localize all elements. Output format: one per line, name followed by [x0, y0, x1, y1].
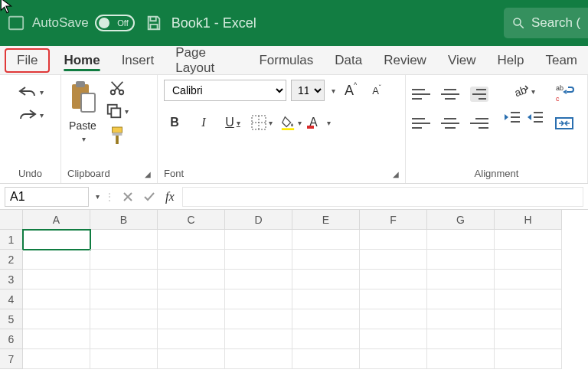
cell-A3[interactable] — [23, 270, 90, 290]
column-header-B[interactable]: B — [90, 210, 158, 230]
fx-label[interactable]: fx — [165, 190, 175, 204]
cell-G1[interactable] — [427, 230, 495, 250]
dialog-launcher-icon[interactable]: ◢ — [393, 170, 399, 178]
tab-team[interactable]: Team — [534, 48, 588, 73]
cell-H3[interactable] — [495, 270, 562, 290]
font-color-button[interactable]: A▾ — [309, 112, 331, 133]
cell-C4[interactable] — [158, 290, 225, 309]
column-header-D[interactable]: D — [225, 210, 292, 230]
select-all-corner[interactable] — [0, 210, 23, 230]
column-header-C[interactable]: C — [158, 210, 225, 230]
tab-review[interactable]: Review — [373, 48, 437, 73]
row-header-2[interactable]: 2 — [0, 250, 23, 270]
cell-D2[interactable] — [225, 250, 292, 270]
cell-H2[interactable] — [495, 250, 562, 270]
cell-H6[interactable] — [495, 329, 562, 349]
align-top-center-button[interactable] — [441, 89, 459, 100]
cell-A4[interactable] — [23, 290, 90, 309]
align-left-button[interactable] — [412, 118, 430, 129]
name-box[interactable] — [5, 187, 89, 207]
cell-E5[interactable] — [292, 309, 360, 329]
row-header-4[interactable]: 4 — [0, 290, 23, 309]
name-box-dropdown-icon[interactable]: ▾ — [96, 192, 100, 201]
autosave-control[interactable]: AutoSave Off — [32, 15, 135, 31]
cell-C7[interactable] — [158, 349, 225, 369]
wrap-text-button[interactable]: abc — [554, 83, 574, 103]
column-header-E[interactable]: E — [292, 210, 360, 230]
align-top-right-button[interactable] — [470, 87, 488, 102]
formula-input[interactable] — [182, 187, 583, 207]
dialog-launcher-icon[interactable]: ◢ — [145, 170, 151, 178]
cell-B2[interactable] — [90, 250, 158, 270]
cell-E7[interactable] — [292, 349, 360, 369]
cancel-formula-button[interactable] — [119, 188, 136, 205]
tab-formulas[interactable]: Formulas — [248, 48, 324, 73]
redo-button[interactable]: ▾ — [18, 107, 44, 123]
decrease-font-size-button[interactable]: Aˇ — [366, 80, 387, 101]
cell-D5[interactable] — [225, 309, 292, 329]
cell-C2[interactable] — [158, 250, 225, 270]
underline-button[interactable]: U▾ — [222, 112, 243, 133]
format-painter-button[interactable] — [109, 126, 126, 146]
cell-C6[interactable] — [158, 329, 225, 349]
tab-help[interactable]: Help — [486, 48, 534, 73]
increase-indent-button[interactable] — [527, 110, 544, 124]
cell-G2[interactable] — [427, 250, 495, 270]
copy-button[interactable]: ▾ — [106, 103, 129, 119]
cell-B4[interactable] — [90, 290, 158, 309]
row-header-1[interactable]: 1 — [0, 230, 23, 250]
tab-view[interactable]: View — [437, 48, 487, 73]
save-icon[interactable] — [145, 15, 162, 31]
cut-button[interactable] — [109, 80, 126, 96]
enter-formula-button[interactable] — [141, 188, 158, 205]
row-header-6[interactable]: 6 — [0, 329, 23, 349]
fill-color-button[interactable]: ▾ — [280, 112, 302, 133]
column-header-F[interactable]: F — [360, 210, 427, 230]
cell-A1[interactable] — [23, 230, 90, 250]
row-header-3[interactable]: 3 — [0, 270, 23, 290]
cell-B5[interactable] — [90, 309, 158, 329]
cell-F7[interactable] — [360, 349, 427, 369]
align-center-button[interactable] — [441, 118, 459, 129]
cell-D1[interactable] — [225, 230, 292, 250]
cell-F1[interactable] — [360, 230, 427, 250]
orientation-button[interactable]: ab▾ — [504, 83, 544, 100]
undo-button[interactable]: ▾ — [18, 84, 44, 100]
cell-H4[interactable] — [495, 290, 562, 309]
cell-E2[interactable] — [292, 250, 360, 270]
decrease-indent-button[interactable] — [504, 110, 521, 124]
cell-A6[interactable] — [23, 329, 90, 349]
cell-D4[interactable] — [225, 290, 292, 309]
cell-C5[interactable] — [158, 309, 225, 329]
cell-G5[interactable] — [427, 309, 495, 329]
cell-F6[interactable] — [360, 329, 427, 349]
cell-E6[interactable] — [292, 329, 360, 349]
cell-F5[interactable] — [360, 309, 427, 329]
cell-C3[interactable] — [158, 270, 225, 290]
cell-F3[interactable] — [360, 270, 427, 290]
cell-B3[interactable] — [90, 270, 158, 290]
cell-A5[interactable] — [23, 309, 90, 329]
bold-button[interactable]: B — [164, 112, 185, 133]
cell-B7[interactable] — [90, 349, 158, 369]
font-size-select[interactable]: 11 — [291, 80, 325, 101]
cell-B1[interactable] — [90, 230, 158, 250]
tab-data[interactable]: Data — [324, 48, 373, 73]
search-box[interactable]: Search ( — [504, 8, 588, 38]
align-right-button[interactable] — [470, 118, 488, 129]
cell-F4[interactable] — [360, 290, 427, 309]
column-header-H[interactable]: H — [495, 210, 562, 230]
increase-font-size-button[interactable]: A^ — [340, 80, 361, 101]
cell-D7[interactable] — [225, 349, 292, 369]
merge-center-button[interactable] — [554, 113, 574, 133]
tab-page-layout[interactable]: Page Layout — [165, 41, 248, 80]
cell-G7[interactable] — [427, 349, 495, 369]
spreadsheet-grid[interactable]: ABCDEFGH1234567 — [0, 210, 588, 369]
cell-E4[interactable] — [292, 290, 360, 309]
cell-C1[interactable] — [158, 230, 225, 250]
borders-button[interactable]: ▾ — [251, 112, 273, 133]
row-header-7[interactable]: 7 — [0, 349, 23, 369]
align-top-left-button[interactable] — [412, 89, 430, 100]
autosave-toggle[interactable]: Off — [95, 15, 135, 31]
cell-H1[interactable] — [495, 230, 562, 250]
